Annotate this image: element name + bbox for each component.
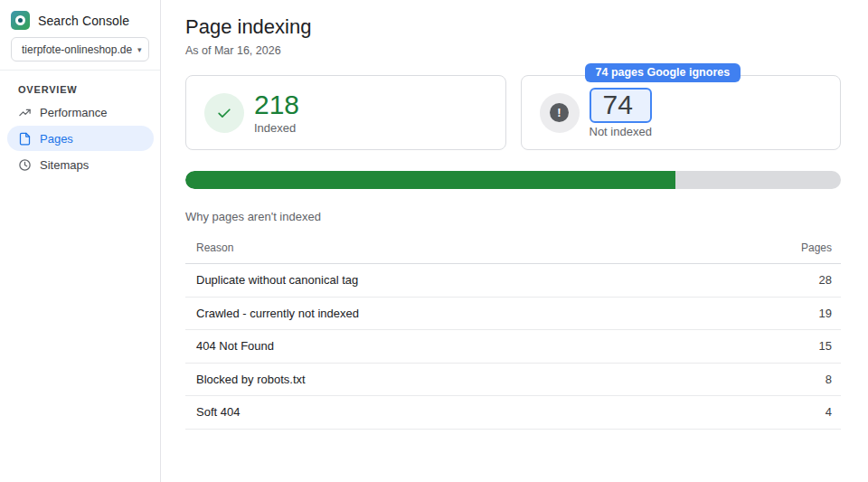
search-console-app: Search Console tierpfote-onlineshop.de ▾… — [0, 0, 868, 482]
not-indexed-count: 74 — [603, 90, 633, 119]
sidebar-section-label: OVERVIEW — [18, 84, 160, 95]
exclamation-icon: ! — [550, 103, 569, 122]
sidebar-item-pages[interactable]: Pages — [7, 126, 154, 151]
column-header-reason: Reason — [196, 241, 233, 254]
check-icon — [215, 104, 233, 122]
pages-cell: 4 — [826, 405, 832, 419]
performance-icon — [18, 106, 32, 119]
pages-icon — [18, 132, 32, 146]
not-indexed-card[interactable]: 74 pages Google ignores ! 74 Not indexed — [521, 75, 842, 150]
reasons-table-body: Duplicate without canonical tag 28 Crawl… — [185, 264, 841, 430]
reasons-table-header: Reason Pages — [185, 234, 841, 264]
indexed-count: 218 — [254, 90, 299, 119]
annotation-badge: 74 pages Google ignores — [585, 63, 741, 82]
pages-cell: 15 — [819, 339, 832, 353]
not-indexed-highlight-box: 74 — [590, 88, 652, 123]
table-row[interactable]: Crawled - currently not indexed 19 — [185, 298, 841, 331]
page-title: Page indexing — [185, 14, 841, 40]
table-row[interactable]: Blocked by robots.txt 8 — [185, 364, 841, 397]
reasons-table: Reason Pages Duplicate without canonical… — [185, 234, 841, 430]
sidebar-item-label: Performance — [40, 106, 107, 119]
reason-cell: 404 Not Found — [196, 339, 274, 353]
column-header-pages: Pages — [801, 241, 832, 254]
reason-cell: Blocked by robots.txt — [196, 373, 306, 386]
pages-cell: 19 — [819, 307, 832, 320]
sidebar-item-sitemaps[interactable]: Sitemaps — [7, 152, 154, 177]
main-content: Page indexing As of Mar 16, 2026 218 Ind… — [161, 0, 868, 482]
reason-cell: Duplicate without canonical tag — [196, 273, 358, 287]
pages-cell: 28 — [819, 273, 832, 287]
app-title: Search Console — [38, 14, 129, 28]
sidebar-item-label: Sitemaps — [40, 158, 89, 172]
indexing-progress-fill — [185, 171, 675, 189]
pages-cell: 8 — [826, 373, 832, 386]
brand: Search Console — [11, 11, 149, 30]
exclamation-circle: ! — [540, 93, 580, 133]
indexed-label: Indexed — [254, 121, 299, 135]
as-of-date: As of Mar 16, 2026 — [185, 44, 841, 57]
sidebar-nav: Performance Pages Sitemaps — [0, 99, 160, 177]
sidebar: Search Console tierpfote-onlineshop.de ▾… — [0, 0, 161, 482]
reasons-table-title: Why pages aren't indexed — [185, 210, 841, 223]
chevron-down-icon: ▾ — [137, 45, 142, 54]
sidebar-item-performance[interactable]: Performance — [7, 99, 154, 125]
indexing-progress-bar — [185, 171, 841, 189]
sidebar-header: Search Console tierpfote-onlineshop.de ▾ — [0, 0, 160, 71]
sidebar-item-label: Pages — [40, 132, 73, 146]
table-row[interactable]: Duplicate without canonical tag 28 — [185, 264, 841, 298]
check-circle — [204, 93, 244, 133]
table-row[interactable]: 404 Not Found 15 — [185, 330, 841, 364]
reason-cell: Soft 404 — [196, 405, 240, 419]
property-selector[interactable]: tierpfote-onlineshop.de ▾ — [11, 37, 149, 61]
search-console-logo-icon — [11, 11, 30, 30]
sitemaps-icon — [18, 158, 32, 172]
summary-cards: 218 Indexed 74 pages Google ignores ! 74… — [185, 75, 841, 150]
table-row[interactable]: Soft 404 4 — [185, 396, 841, 430]
reason-cell: Crawled - currently not indexed — [196, 307, 359, 320]
property-selector-value: tierpfote-onlineshop.de — [22, 43, 132, 56]
indexed-card[interactable]: 218 Indexed — [185, 75, 506, 150]
not-indexed-label: Not indexed — [590, 125, 652, 138]
